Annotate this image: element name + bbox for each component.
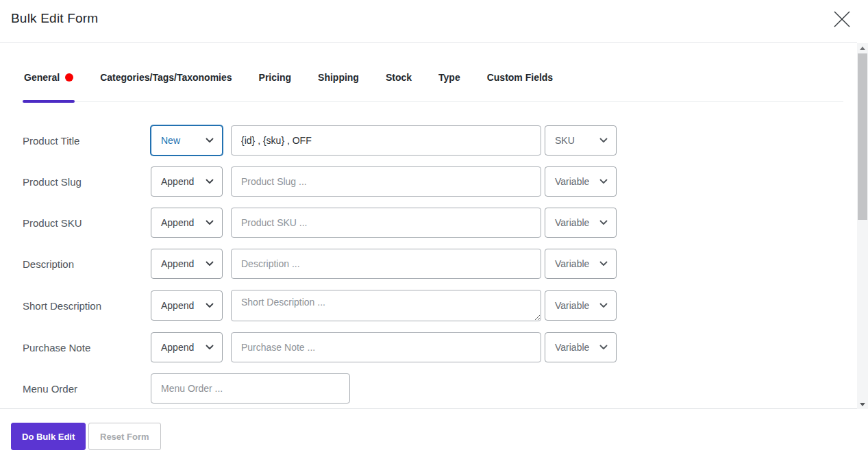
form-row-product-slug: Product Slug Append Variable (23, 166, 857, 197)
mode-select[interactable]: New (151, 125, 223, 156)
mode-select[interactable]: Append (151, 249, 223, 279)
scroll-up-arrow-icon (860, 47, 865, 50)
variable-select[interactable]: Variable (545, 332, 617, 362)
tab-label: Stock (386, 72, 412, 83)
value-input[interactable] (231, 208, 541, 238)
field-label: Purchase Note (23, 342, 151, 353)
variable-select[interactable]: SKU (545, 125, 617, 156)
tab-pricing[interactable]: Pricing (259, 72, 291, 101)
value-input[interactable] (151, 373, 350, 404)
mode-select-value: Append (161, 300, 194, 311)
tab-shipping[interactable]: Shipping (318, 72, 359, 101)
chevron-down-icon (206, 138, 214, 143)
variable-select[interactable]: Variable (545, 208, 617, 238)
modal-header: Bulk Edit Form (0, 0, 868, 42)
mode-select[interactable]: Append (151, 208, 223, 238)
chevron-down-icon (206, 179, 214, 184)
tab-bar: General Categories/Tags/Taxonomies Prici… (24, 72, 843, 102)
tab-custom-fields[interactable]: Custom Fields (487, 72, 553, 101)
field-label: Product Title (23, 135, 151, 147)
chevron-down-icon (206, 261, 214, 266)
form-row-short-description: Short Description Append Variable (23, 290, 857, 321)
reset-form-button[interactable]: Reset Form (88, 423, 161, 450)
scrollbar-down-button[interactable] (857, 399, 868, 409)
bulk-edit-modal: Bulk Edit Form General Categories/Tags/T… (0, 0, 868, 459)
tab-label: Pricing (259, 72, 291, 83)
form-row-description: Description Append Variable (23, 249, 857, 279)
field-label: Product SKU (23, 217, 151, 229)
tab-categories-tags-taxonomies[interactable]: Categories/Tags/Taxonomies (100, 72, 232, 101)
value-input[interactable] (231, 249, 541, 279)
chevron-down-icon (599, 220, 608, 225)
general-form: Product Title New SKU Product Slug Appen… (23, 125, 857, 404)
tab-label: General (24, 72, 60, 83)
mode-select-value: Append (161, 176, 194, 187)
field-label: Description (23, 258, 151, 270)
tab-type[interactable]: Type (438, 72, 460, 101)
page-title: Bulk Edit Form (0, 0, 868, 26)
form-row-menu-order: Menu Order (23, 373, 857, 404)
close-icon (832, 10, 852, 29)
variable-select-value: Variable (555, 342, 589, 353)
mode-select[interactable]: Append (151, 332, 223, 362)
chevron-down-icon (599, 138, 608, 143)
chevron-down-icon (599, 303, 608, 308)
field-label: Product Slug (23, 176, 151, 188)
value-input[interactable] (231, 125, 541, 156)
mode-select-value: New (161, 135, 180, 146)
mode-select-value: Append (161, 258, 194, 269)
chevron-down-icon (599, 179, 608, 184)
scrollbar-up-button[interactable] (857, 43, 868, 53)
modified-indicator-dot (65, 73, 73, 82)
value-input[interactable] (231, 332, 541, 362)
variable-select[interactable]: Variable (545, 166, 617, 197)
tab-label: Categories/Tags/Taxonomies (100, 72, 232, 83)
variable-select-value: Variable (555, 300, 589, 311)
tab-label: Type (438, 72, 460, 83)
chevron-down-icon (206, 303, 214, 308)
mode-select-value: Append (161, 342, 194, 353)
form-row-product-title: Product Title New SKU (23, 125, 857, 156)
modal-footer: Do Bulk Edit Reset Form (0, 409, 868, 459)
tab-stock[interactable]: Stock (386, 72, 412, 101)
chevron-down-icon (206, 220, 214, 225)
tab-general[interactable]: General (24, 72, 73, 101)
variable-select[interactable]: Variable (545, 290, 617, 321)
value-input[interactable] (231, 166, 541, 197)
scroll-down-arrow-icon (860, 403, 865, 406)
tab-label: Shipping (318, 72, 359, 83)
chevron-down-icon (599, 261, 608, 266)
form-row-product-sku: Product SKU Append Variable (23, 208, 857, 238)
tab-label: Custom Fields (487, 72, 553, 83)
close-button[interactable] (831, 8, 853, 30)
chevron-down-icon (599, 345, 608, 350)
chevron-down-icon (206, 345, 214, 350)
mode-select[interactable]: Append (151, 290, 223, 321)
variable-select-value: SKU (555, 135, 575, 146)
field-label: Short Description (23, 300, 151, 312)
field-label: Menu Order (23, 383, 151, 395)
mode-select-value: Append (161, 217, 194, 228)
value-textarea[interactable] (231, 290, 541, 321)
variable-select[interactable]: Variable (545, 249, 617, 279)
mode-select[interactable]: Append (151, 166, 223, 197)
do-bulk-edit-button[interactable]: Do Bulk Edit (11, 423, 86, 450)
variable-select-value: Variable (555, 258, 589, 269)
scrollbar-thumb[interactable] (858, 53, 867, 220)
form-scroll-area: General Categories/Tags/Taxonomies Prici… (0, 42, 857, 409)
scrollbar[interactable] (857, 43, 868, 409)
variable-select-value: Variable (555, 217, 589, 228)
variable-select-value: Variable (555, 176, 589, 187)
form-row-purchase-note: Purchase Note Append Variable (23, 332, 857, 362)
